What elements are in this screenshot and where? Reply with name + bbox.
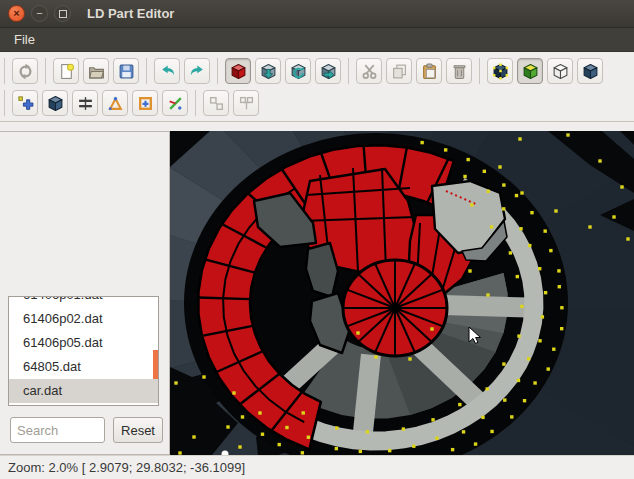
file-list-item[interactable]: 61406p01.dat [9,296,158,307]
refresh-icon [17,63,34,80]
undo-button[interactable] [154,58,180,84]
list-scrollbar-thumb[interactable] [153,350,158,379]
wheel-part-render [170,131,634,455]
paste-icon [421,63,438,80]
add-triangle-icon [107,95,124,112]
redo-button[interactable] [184,58,210,84]
select-part-button[interactable] [225,58,251,84]
add-vertex-icon [17,95,34,112]
menubar: File [0,28,634,52]
toolbar-group [5,90,195,116]
add-condline-icon [167,95,184,112]
save-file-button[interactable] [113,58,139,84]
cube-door-icon [320,63,337,80]
toolbar-group [218,58,348,84]
render-solid-button[interactable] [577,58,603,84]
open-icon [88,63,105,80]
add-line-button[interactable] [72,90,98,116]
hot-reload-button[interactable] [12,58,38,84]
add-quad-icon [137,95,154,112]
add-primitive-button[interactable] [42,90,68,116]
file-list-item[interactable]: 61406p05.dat [9,331,158,355]
part-file-list[interactable]: 61406p01.dat61406p02.dat61406p05.dat6480… [8,296,159,406]
close-button[interactable]: × [8,5,25,22]
toolbar-group [196,90,266,116]
export-part-button[interactable] [315,58,341,84]
maximize-button[interactable] [54,5,71,22]
main-content: 61406p01.dat61406p02.dat61406p05.dat6480… [0,131,634,455]
add-line-icon [77,95,94,112]
cube-wire-icon [552,63,569,80]
reload-part-button[interactable] [285,58,311,84]
app-window: × − LD Part Editor File 61406p01.dat6140… [0,0,634,479]
redo-icon [189,63,206,80]
delete-button[interactable] [446,58,472,84]
paste-button[interactable] [416,58,442,84]
add-triangle-button[interactable] [102,90,128,116]
titlebar[interactable]: × − LD Part Editor [0,0,634,28]
search-input[interactable] [10,417,105,443]
file-list-item[interactable]: 61406p02.dat [9,307,158,331]
merge-quad-button[interactable] [233,90,259,116]
split-icon [208,95,225,112]
toolbar-row-1 [4,58,630,84]
add-quad-button[interactable] [132,90,158,116]
zoom-status-text: Zoom: 2.0% [ 2.9079; 29.8032; -36.1099] [8,460,245,475]
cube-vertices-icon [492,63,509,80]
toolbar-group [5,58,45,84]
new-file-button[interactable] [53,58,79,84]
undo-icon [159,63,176,80]
part-browser-sidebar: 61406p01.dat61406p02.dat61406p05.dat6480… [0,131,170,455]
search-row: Reset [10,417,163,443]
split-quad-button[interactable] [203,90,229,116]
add-primitive-icon [47,95,64,112]
toolbar-row-2 [4,90,630,116]
render-wireframe-button[interactable] [547,58,573,84]
menu-file[interactable]: File [8,30,41,49]
toolbar-group [480,58,610,84]
cube-green-icon [522,63,539,80]
toolbar [0,52,634,122]
cut-icon [361,63,378,80]
insert-part-button[interactable] [255,58,281,84]
toolbar-group [147,58,217,84]
minimize-button[interactable]: − [31,5,48,22]
cube-red-icon [230,63,247,80]
file-list-item-selected[interactable]: car.dat [9,379,158,403]
window-title: LD Part Editor [87,6,174,21]
reset-button[interactable]: Reset [113,417,163,443]
copy-icon [391,63,408,80]
copy-button[interactable] [386,58,412,84]
open-file-button[interactable] [83,58,109,84]
toolbar-group [349,58,479,84]
render-shaded-button[interactable] [517,58,543,84]
cube-down-icon [260,63,277,80]
cube-solid-icon [582,63,599,80]
maximize-icon [59,10,67,18]
add-vertex-button[interactable] [12,90,38,116]
cut-button[interactable] [356,58,382,84]
toolbar-group [46,58,146,84]
new-file-icon [58,63,75,80]
viewport-3d-canvas[interactable] [170,131,634,455]
add-condline-button[interactable] [162,90,188,116]
merge-icon [238,95,255,112]
file-list-item[interactable]: 64805.dat [9,355,158,379]
trash-icon [451,63,468,80]
cube-refresh-icon [290,63,307,80]
save-icon [118,63,135,80]
render-vertices-button[interactable] [487,58,513,84]
statusbar: Zoom: 2.0% [ 2.9079; 29.8032; -36.1099] [0,455,634,479]
